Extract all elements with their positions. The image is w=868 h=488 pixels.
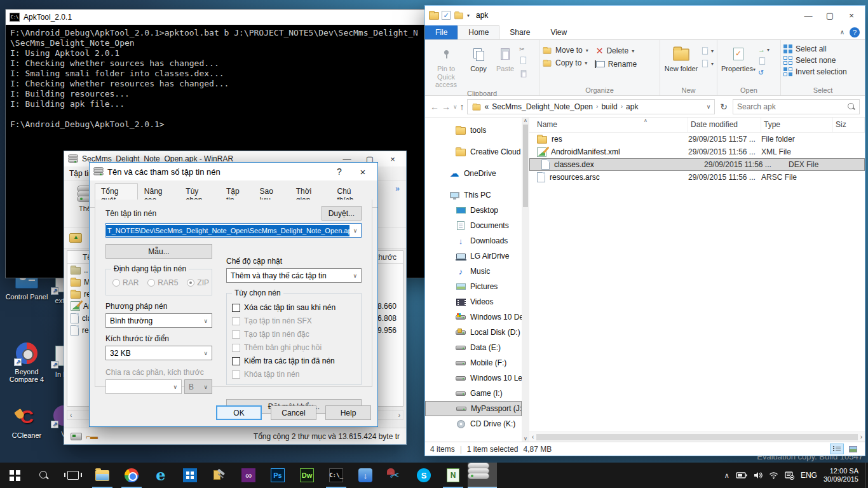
taskbar-idm[interactable]: ↓: [351, 463, 380, 488]
update-mode-select[interactable]: Thêm và thay thế các tập tin∨: [226, 268, 362, 283]
new-folder-button[interactable]: New folder: [663, 42, 700, 73]
new-folder-qat-icon[interactable]: [454, 13, 463, 19]
copy-button[interactable]: Copy: [466, 42, 491, 73]
recent-locations-icon[interactable]: ∨: [453, 104, 458, 110]
sidebar-item-cd-drive-k[interactable]: CD Drive (K:): [425, 416, 522, 431]
sidebar-item-tools[interactable]: tools: [425, 123, 522, 138]
sidebar-item-data-e[interactable]: Data (E:): [425, 340, 522, 355]
sidebar-item-mobile-f[interactable]: Mobile (F:): [425, 355, 522, 370]
column-size[interactable]: Siz: [833, 118, 865, 133]
details-view-button[interactable]: [830, 444, 844, 454]
close-icon[interactable]: ×: [352, 166, 374, 177]
search-box[interactable]: [733, 99, 860, 114]
back-button[interactable]: ←: [430, 102, 439, 112]
volume-icon[interactable]: [754, 471, 763, 479]
taskbar-chrome[interactable]: [117, 463, 146, 488]
sidebar-item-desktop[interactable]: Desktop: [425, 203, 522, 218]
history-button[interactable]: ↺: [758, 69, 770, 77]
invert-selection-button[interactable]: Invert selection: [783, 67, 847, 76]
cut-button[interactable]: ✂: [519, 46, 528, 53]
sidebar-scrollbar[interactable]: ∧∨: [522, 118, 529, 442]
taskbar-dreamweaver[interactable]: Dw: [292, 463, 322, 488]
column-date-modified[interactable]: Date modified: [688, 118, 761, 133]
table-row[interactable]: resources.arsc 29/09/2015 11:56 ... ARSC…: [529, 171, 865, 184]
tab-file[interactable]: File: [425, 25, 458, 39]
taskbar-visual-studio[interactable]: ∞: [234, 463, 263, 488]
taskbar-store[interactable]: [175, 463, 205, 488]
table-row[interactable]: res 29/09/2015 11:57 ... File folder: [529, 133, 865, 146]
tray-expand-icon[interactable]: ∧: [724, 471, 729, 480]
dictionary-size-select[interactable]: 32 KB∨: [105, 346, 212, 360]
sidebar-item-local-disk-d[interactable]: Local Disk (D:): [425, 325, 522, 340]
sidebar-item-documents[interactable]: Documents: [425, 218, 522, 233]
paste-button[interactable]: Paste: [492, 42, 518, 73]
horizontal-scrollbar[interactable]: ‹›: [529, 431, 865, 442]
sidebar-item-downloads[interactable]: ↓Downloads: [425, 233, 522, 248]
sidebar-item-game-i[interactable]: Game (I:): [425, 386, 522, 401]
tab-home[interactable]: Home: [458, 25, 499, 39]
sidebar-item-creative-cloud[interactable]: Creative Cloud Fil: [425, 144, 522, 159]
breadcrumb-item[interactable]: build: [601, 102, 617, 111]
paste-shortcut-button[interactable]: [519, 68, 528, 79]
ok-button[interactable]: OK: [216, 405, 262, 420]
folder-up-icon[interactable]: [69, 233, 82, 243]
help-button[interactable]: ?: [330, 166, 348, 177]
language-indicator[interactable]: ENG: [801, 471, 817, 480]
column-name[interactable]: Name: [529, 118, 688, 133]
sidebar-item-onedrive[interactable]: ☁OneDrive: [425, 166, 522, 181]
breadcrumb-item[interactable]: apk: [626, 102, 638, 111]
archive-name-input[interactable]: T_NOTE5\Dev\SecMms_Delight_Note_Open\Sec…: [105, 223, 362, 238]
sidebar-item-windows-10-def[interactable]: Windows 10 Def: [425, 309, 522, 325]
copy-path-button[interactable]: [519, 55, 528, 65]
help-icon[interactable]: ?: [850, 27, 860, 37]
rename-button[interactable]: Rename: [596, 60, 637, 69]
taskbar-file-explorer[interactable]: [88, 463, 117, 488]
taskbar-dev-tool[interactable]: [205, 463, 234, 488]
open-button[interactable]: →▾: [758, 46, 770, 53]
search-input[interactable]: [737, 102, 845, 111]
dialog-titlebar[interactable]: Tên và các tham số tập tin nén ? ×: [90, 163, 377, 180]
move-to-button[interactable]: Move to▾: [542, 46, 588, 55]
properties-button[interactable]: Properties▾: [720, 42, 757, 73]
new-item-button[interactable]: ▾: [701, 46, 714, 56]
table-row[interactable]: AndroidManifest.xml 29/09/2015 11:56 ...…: [529, 146, 865, 158]
sidebar-item-pictures[interactable]: Pictures: [425, 279, 522, 294]
maximize-button[interactable]: ▢: [820, 11, 839, 20]
radio-zip[interactable]: ZIP: [187, 278, 209, 287]
chevron-down-icon[interactable]: ∨: [349, 227, 361, 234]
start-button[interactable]: [0, 463, 29, 488]
sidebar-item-videos[interactable]: Videos: [425, 294, 522, 309]
forward-button[interactable]: →: [442, 102, 451, 112]
copy-to-button[interactable]: Copy to▾: [542, 58, 588, 67]
profiles-button[interactable]: Mẫu...: [105, 244, 212, 259]
taskbar-search-button[interactable]: [29, 463, 58, 488]
sidebar-item-mypassport-j[interactable]: MyPassport (J:): [425, 401, 522, 416]
close-button[interactable]: ×: [383, 155, 402, 163]
help-button[interactable]: Help: [325, 405, 371, 420]
battery-icon[interactable]: [736, 471, 747, 479]
taskbar-photoshop[interactable]: Ps: [263, 463, 292, 488]
collapse-ribbon-icon[interactable]: ∧: [840, 29, 844, 36]
table-row-selected[interactable]: classes.dex 29/09/2015 11:56 ... DEX Fil…: [529, 158, 865, 171]
breadcrumb-item[interactable]: SecMms_Delight_Note_Open: [492, 102, 593, 111]
compression-method-select[interactable]: Bình thường∨: [105, 313, 212, 328]
cancel-button[interactable]: Cancel: [271, 405, 316, 420]
delete-button[interactable]: ✕Delete▾: [596, 46, 637, 56]
wifi-icon[interactable]: [769, 471, 778, 479]
pin-to-quick-access-button[interactable]: Pin to Quick access: [428, 42, 465, 89]
edit-button[interactable]: [758, 56, 770, 66]
taskbar-notepad-plus[interactable]: N: [438, 463, 468, 488]
qat-dropdown-icon[interactable]: ▾: [467, 13, 470, 18]
clock[interactable]: 12:00 SA 30/09/2015: [824, 467, 861, 484]
task-view-button[interactable]: [58, 463, 88, 488]
taskbar-winrar[interactable]: [468, 463, 497, 488]
breadcrumb[interactable]: « SecMms_Delight_Note_Open › build › apk…: [467, 99, 715, 114]
explorer-titlebar[interactable]: ✓ ▾ apk — ▢ ×: [425, 6, 865, 25]
properties-qat-icon[interactable]: ✓: [442, 11, 451, 20]
radio-rar5[interactable]: RAR5: [147, 278, 178, 287]
easy-access-button[interactable]: ▾: [701, 58, 714, 69]
refresh-icon[interactable]: ↻: [717, 102, 730, 112]
thumbnails-view-button[interactable]: [846, 444, 860, 454]
show-desktop-button[interactable]: [865, 463, 868, 488]
radio-rar[interactable]: RAR: [112, 278, 139, 287]
